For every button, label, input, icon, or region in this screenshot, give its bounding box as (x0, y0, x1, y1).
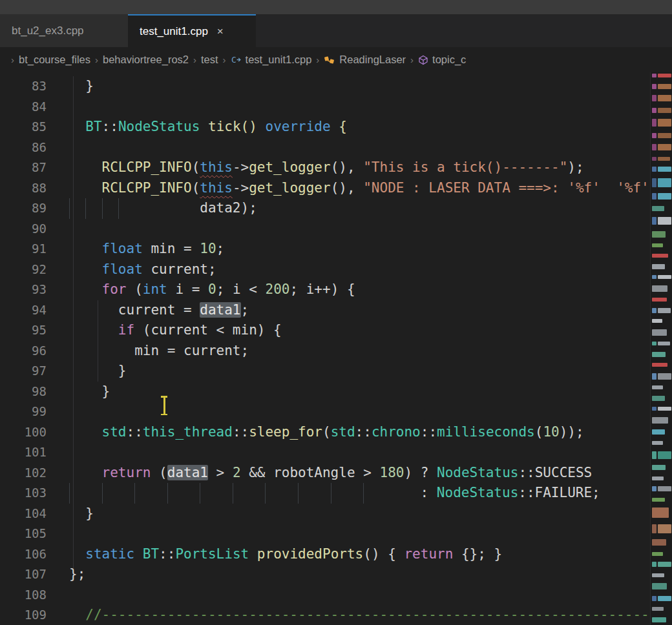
code-text (47, 524, 69, 544)
minimap-line (652, 243, 671, 247)
minimap-line (652, 498, 671, 502)
breadcrumb: ›bt_course_files›behaviortree_ros2›test›… (0, 47, 672, 72)
code-text: } (47, 504, 94, 524)
code-text: } (47, 361, 127, 382)
symbol-namespace-icon (418, 55, 428, 65)
code-text: return (data1 > 2 && robotAngle > 180) ?… (47, 463, 592, 484)
minimap-line (652, 144, 671, 150)
svg-text:C: C (231, 55, 236, 65)
code-editor[interactable]: 83 }8485 BT::NodeStatus tick() override … (0, 72, 672, 625)
breadcrumb-item-test-unit1-cpp[interactable]: Ctest_unit1.cpp (231, 54, 312, 66)
chevron-right-icon: › (95, 54, 98, 65)
minimap-line (652, 385, 671, 389)
code-line-109[interactable]: 109 //----------------------------------… (0, 605, 650, 625)
minimap-line (652, 441, 671, 445)
code-line-85[interactable]: 85 BT::NodeStatus tick() override { (0, 117, 650, 138)
code-text: BT::NodeStatus tick() override { (47, 117, 347, 138)
tab-bt_u2_ex3[interactable]: bt_u2_ex3.cpp (0, 14, 128, 47)
code-line-99[interactable]: 99 (0, 402, 650, 422)
code-line-104[interactable]: 104 } (0, 504, 650, 524)
breadcrumb-item-topic-c[interactable]: topic_c (418, 54, 466, 66)
line-number: 89 (0, 198, 47, 219)
minimap-line (652, 539, 671, 546)
code-line-96[interactable]: 96 min = current; (0, 341, 650, 362)
minimap-line (652, 275, 671, 279)
minimap-line (652, 429, 671, 435)
code-line-83[interactable]: 83 } (0, 76, 650, 97)
line-number: 105 (0, 524, 47, 544)
minimap-line (652, 342, 671, 345)
close-icon[interactable]: × (217, 26, 224, 37)
code-line-100[interactable]: 100 std::this_thread::sleep_for(std::chr… (0, 422, 650, 443)
code-line-102[interactable]: 102 return (data1 > 2 && robotAngle > 18… (0, 463, 650, 484)
line-number: 108 (0, 585, 47, 606)
minimap-line (652, 285, 671, 292)
minimap-line (652, 583, 671, 589)
vscode-window: bt_u2_ex3.cpp test_unit1.cpp × ›bt_cours… (0, 0, 672, 625)
code-text: }; (47, 564, 85, 585)
breadcrumb-item-bt-course-files[interactable]: bt_course_files (19, 54, 90, 66)
minimap-line (652, 363, 671, 367)
code-line-94[interactable]: 94 current = data1; (0, 300, 650, 321)
tab-label: test_unit1.cpp (140, 25, 208, 38)
code-line-88[interactable]: 88 RCLCPP_INFO(this->get_logger(), "NODE… (0, 178, 650, 199)
minimap-line (652, 329, 671, 336)
minimap-line (652, 617, 671, 622)
minimap-line (652, 507, 671, 518)
code-line-91[interactable]: 91 float min = 10; (0, 239, 650, 260)
line-number: 87 (0, 158, 47, 178)
minimap-line (652, 607, 671, 611)
minimap-line (652, 417, 671, 424)
code-text: static BT::PortsList providedPorts() { r… (47, 544, 502, 565)
code-line-95[interactable]: 95 if (current < min) { (0, 320, 650, 341)
minimap-line (652, 308, 671, 313)
line-number: 83 (0, 76, 47, 97)
breadcrumb-label: ReadingLaser (339, 54, 406, 66)
line-number: 107 (0, 564, 47, 585)
code-line-89[interactable]: 89 data2); (0, 198, 650, 219)
code-text (47, 442, 69, 463)
minimap-line (652, 319, 671, 323)
code-line-98[interactable]: 98 } (0, 382, 650, 402)
minimap-line (652, 254, 671, 258)
breadcrumb-item-behaviortree-ros2[interactable]: behaviortree_ros2 (103, 54, 189, 66)
breadcrumb-item-readinglaser[interactable]: ReadingLaser (324, 54, 406, 66)
editor-tab-bar: bt_u2_ex3.cpp test_unit1.cpp × (0, 14, 672, 47)
minimap-line (652, 133, 671, 138)
code-line-90[interactable]: 90 (0, 219, 650, 240)
minimap-line (652, 264, 671, 269)
code-text: } (47, 76, 94, 97)
minimap-line (652, 486, 671, 491)
minimap-line (652, 95, 671, 101)
minimap-line (652, 396, 671, 401)
line-number: 90 (0, 219, 47, 240)
breadcrumb-label: test (201, 54, 218, 66)
line-number: 104 (0, 504, 47, 524)
code-line-92[interactable]: 92 float current; (0, 260, 650, 280)
line-number: 95 (0, 320, 47, 341)
cpp-file-icon: C (231, 54, 242, 65)
code-text: } (47, 382, 110, 402)
line-number: 109 (0, 605, 47, 625)
line-number: 97 (0, 361, 47, 382)
minimap-line (652, 352, 671, 357)
code-line-97[interactable]: 97 } (0, 361, 650, 382)
code-line-84[interactable]: 84 (0, 97, 650, 118)
breadcrumb-item-test[interactable]: test (201, 54, 218, 66)
code-line-101[interactable]: 101 (0, 442, 650, 463)
code-line-93[interactable]: 93 for (int i = 0; i < 200; i++) { (0, 280, 650, 300)
tab-test_unit1[interactable]: test_unit1.cpp × (128, 14, 256, 47)
code-line-107[interactable]: 107}; (0, 564, 650, 585)
code-line-106[interactable]: 106 static BT::PortsList providedPorts()… (0, 544, 650, 565)
code-line-103[interactable]: 103 : NodeStatus::FAILURE; (0, 483, 650, 504)
code-line-86[interactable]: 86 (0, 138, 650, 158)
code-text (47, 219, 69, 240)
code-line-105[interactable]: 105 (0, 524, 650, 544)
tab-label: bt_u2_ex3.cpp (12, 25, 84, 37)
breadcrumb-label: bt_course_files (19, 54, 90, 66)
code-line-108[interactable]: 108 (0, 585, 650, 606)
code-text: min = current; (47, 341, 249, 362)
minimap-line (652, 167, 671, 172)
code-line-87[interactable]: 87 RCLCPP_INFO(this->get_logger(), "This… (0, 158, 650, 178)
minimap[interactable] (650, 72, 672, 625)
